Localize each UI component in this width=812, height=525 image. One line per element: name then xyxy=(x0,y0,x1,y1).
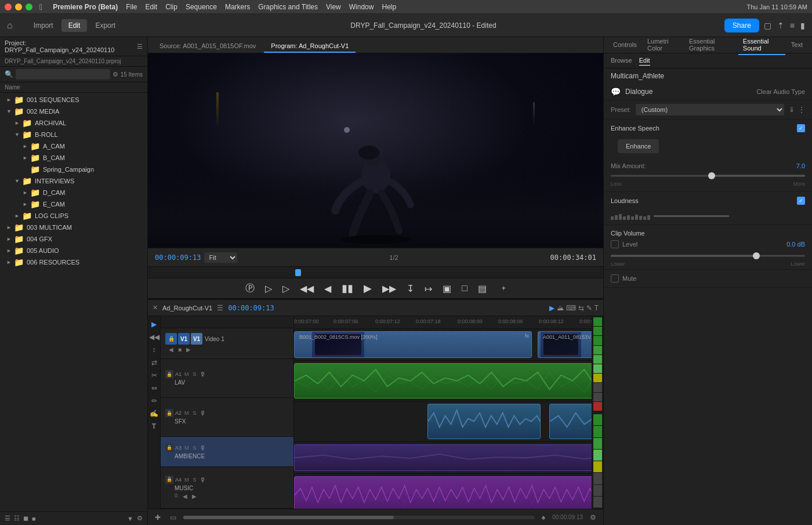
import-tab[interactable]: Import xyxy=(27,19,60,32)
layout-icon[interactable]: ▢ xyxy=(764,21,771,30)
clear-audio-type-button[interactable]: Clear Audio Type xyxy=(756,88,805,95)
track-select-tool[interactable]: ◀◀ xyxy=(148,331,161,343)
mix-slider-thumb[interactable] xyxy=(708,172,715,179)
sequence-menu-icon[interactable]: ☰ xyxy=(217,304,223,312)
lumetri-color-tab[interactable]: Lumetri Color xyxy=(643,37,683,55)
markers-menu-item[interactable]: Markers xyxy=(225,3,250,11)
close-sequence-button[interactable]: ✕ xyxy=(153,304,158,312)
a4-mute-btn[interactable]: M xyxy=(183,476,190,483)
a3-mute-btn[interactable]: M xyxy=(183,444,190,451)
list-view-icon[interactable]: ☷ xyxy=(14,515,20,522)
sort-icon[interactable]: ▼ xyxy=(127,515,133,522)
a1-mute-btn[interactable]: M xyxy=(183,371,190,378)
mark-in-button[interactable]: Ⓟ xyxy=(242,280,258,297)
select-tool-button[interactable]: ▶ xyxy=(150,318,158,330)
close-button[interactable] xyxy=(5,3,12,10)
go-next-button[interactable]: ▶▶ xyxy=(379,281,400,296)
clip-menu-item[interactable]: Clip xyxy=(165,3,177,11)
mark-clip-button[interactable]: ▷ xyxy=(279,281,293,296)
razor-tool[interactable]: ⌨ xyxy=(566,304,576,312)
rate-stretch-tool[interactable]: ⇄ xyxy=(150,357,159,368)
step-back-button[interactable]: ◀ xyxy=(321,281,335,296)
stop-button[interactable]: ▮▮ xyxy=(338,280,357,297)
v1-clip-1[interactable]: B001_B002_0815CS.mov [200%] fx xyxy=(294,331,532,358)
list-item[interactable]: ► 📁 E_CAM xyxy=(0,198,147,210)
scrubber-thumb[interactable] xyxy=(295,269,301,276)
a2-mute-btn[interactable]: M xyxy=(183,410,190,417)
automate-icon[interactable]: ⚙ xyxy=(137,515,143,522)
share-button[interactable]: Share xyxy=(724,19,759,32)
text-tab[interactable]: Text xyxy=(786,39,807,52)
edit-menu-item[interactable]: Edit xyxy=(146,3,158,11)
hand-tool[interactable]: ✍ xyxy=(148,408,160,419)
ripple-edit-tool[interactable]: ↕ xyxy=(151,344,158,356)
list-item[interactable]: ► 📁 A_CAM xyxy=(0,140,147,152)
pen-tool[interactable]: ✎ xyxy=(586,304,592,312)
essential-graphics-tab[interactable]: Essential Graphics xyxy=(684,37,737,55)
a4-next-btn[interactable]: ▶ xyxy=(191,493,198,500)
list-item[interactable]: ► 📁 004 GFX xyxy=(0,233,147,245)
a3-clip-1[interactable] xyxy=(294,444,592,471)
list-item[interactable]: ► 📁 Spring_Campaign xyxy=(0,164,147,175)
type-tool[interactable]: T xyxy=(594,304,599,312)
extract-button[interactable]: ▤ xyxy=(474,281,490,296)
window-menu-item[interactable]: Window xyxy=(349,3,374,11)
essential-sound-tab[interactable]: Essential Sound xyxy=(738,37,785,55)
v1-sync-btn[interactable]: ◀ xyxy=(168,346,175,353)
search-options-icon[interactable]: ⚙ xyxy=(113,71,118,78)
export-icon[interactable]: ⇡ xyxy=(777,21,784,30)
a2-solo-btn[interactable]: S xyxy=(192,410,198,417)
overwrite-button[interactable]: ↦ xyxy=(421,281,436,296)
controls-tab[interactable]: Controls xyxy=(608,39,641,52)
zoom-select[interactable]: Fit 25% 50% 100% xyxy=(204,252,237,263)
browse-sub-tab[interactable]: Browse xyxy=(611,56,632,66)
a3-solo-btn[interactable]: S xyxy=(192,444,198,451)
a4-prev-btn[interactable]: ◀ xyxy=(182,493,188,500)
razor-cut-tool[interactable]: ✂ xyxy=(150,370,159,381)
timeline-zoom-slider[interactable] xyxy=(183,516,535,519)
mute-checkbox[interactable] xyxy=(611,274,619,283)
app-menu-item[interactable]: Premiere Pro (Beta) xyxy=(53,3,118,11)
a4-clip-1[interactable]: ♫ xyxy=(294,476,592,509)
camera-button[interactable]: ▣ xyxy=(439,281,455,296)
freeform-icon[interactable]: ■ xyxy=(32,515,36,522)
meter-icon[interactable]: ▮ xyxy=(800,21,805,30)
new-bin-icon[interactable]: ☰ xyxy=(5,515,10,522)
enhance-speech-checkbox[interactable]: ✓ xyxy=(797,124,805,132)
list-item[interactable]: ▼ 📁 B-ROLL xyxy=(0,129,147,140)
preset-options-icon[interactable]: ⋮ xyxy=(798,106,805,114)
enhance-button[interactable]: Enhance xyxy=(618,139,659,153)
delete-track-button[interactable]: ▭ xyxy=(168,512,179,523)
slip-slide-tool[interactable]: ⇔ xyxy=(150,382,159,394)
list-item[interactable]: ► 📁 005 AUDIO xyxy=(0,245,147,256)
sequence-menu-item[interactable]: Sequence xyxy=(186,3,217,11)
settings-button[interactable]: ⚙ xyxy=(588,512,599,523)
add-track-button[interactable]: ✚ xyxy=(153,512,163,523)
icon-view-icon[interactable]: ◼ xyxy=(23,515,28,522)
level-slider[interactable] xyxy=(611,252,805,260)
list-item[interactable]: ► 📁 D_CAM xyxy=(0,187,147,198)
home-icon[interactable]: ⌂ xyxy=(7,20,13,31)
insert-button[interactable]: ↧ xyxy=(403,281,418,296)
list-item[interactable]: ► 📁 003 MULTICAM xyxy=(0,222,147,233)
a4-solo-btn[interactable]: S xyxy=(192,476,198,483)
project-search-input[interactable] xyxy=(16,69,110,79)
program-tab[interactable]: Program: Ad_RoughCut-V1 xyxy=(264,40,356,53)
pen-keyframe-tool[interactable]: ✏ xyxy=(150,395,159,407)
export-tab[interactable]: Export xyxy=(88,19,122,32)
graphics-titles-menu-item[interactable]: Graphics and Titles xyxy=(258,3,318,11)
list-item[interactable]: ▼ 📁 INTERVIEWS xyxy=(0,175,147,187)
mark-out-button[interactable]: ▷ xyxy=(262,281,276,296)
slip-tool[interactable]: ⇆ xyxy=(578,304,584,312)
type-tool-button[interactable]: T xyxy=(150,421,158,432)
level-thumb[interactable] xyxy=(753,252,760,259)
list-item[interactable]: ► 📁 LOG CLIPS xyxy=(0,210,147,222)
window-controls[interactable] xyxy=(5,3,32,10)
maximize-button[interactable] xyxy=(26,3,32,10)
loudness-checkbox[interactable]: ✓ xyxy=(797,197,805,205)
go-prev-button[interactable]: ◀◀ xyxy=(296,281,317,296)
help-menu-item[interactable]: Help xyxy=(382,3,396,11)
list-item[interactable]: ► 📁 B_CAM xyxy=(0,152,147,164)
trim-button[interactable]: + xyxy=(498,282,509,295)
source-tab[interactable]: Source: A001_A015_0815OF.mov xyxy=(153,40,263,53)
